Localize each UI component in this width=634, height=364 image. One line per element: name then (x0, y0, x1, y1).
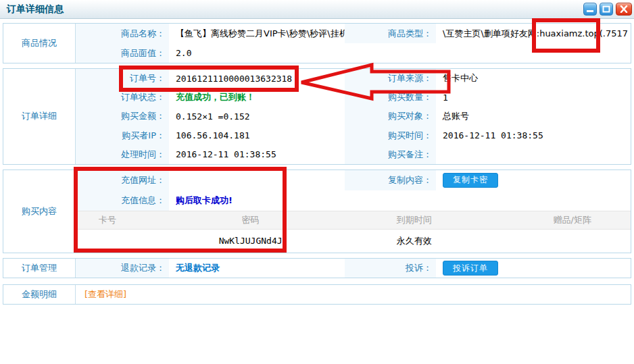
order-detail-window: { "window": { "title": "订单详细信息", "contro… (0, 0, 634, 364)
card-gift-header: 赠品/矩阵 (514, 214, 631, 226)
row-buyer-ip: 购买者IP： 106.56.104.181 购买时间： 2016-12-11 0… (76, 126, 631, 145)
recharge-info-label: 充值信息： (76, 190, 169, 211)
section-order-detail: 订单详细 订单号： 2016121110000013632318 订单来源： 售… (3, 68, 631, 165)
page-title: 订单详细信息 (7, 3, 64, 16)
card-table: 卡号 密码 到期时间 赠品/矩阵 NwKlJUJGNd4J 永久有效 (76, 211, 631, 253)
copy-content-cell: 复制卡密 (436, 173, 631, 188)
order-number-value: 2016121110000013632318 (169, 74, 345, 84)
order-source-value: 售卡中心 (436, 72, 631, 84)
buy-target-label: 购买对象： (345, 107, 436, 126)
close-icon (620, 5, 628, 13)
row-order-status: 订单状态： 充值成功，已到账！ 购买数量： 1 (76, 88, 631, 107)
card-number-header: 卡号 (76, 214, 187, 226)
window-controls (583, 3, 632, 16)
card-expiry-value: 永久有效 (314, 235, 514, 247)
order-number-label: 订单号： (76, 69, 169, 88)
row-amount-detail: [查看详细] (76, 285, 631, 304)
section-order-manage: 订单管理 退款记录： 无退款记录 投诉： 投诉订单 (3, 258, 631, 278)
buy-amount-label: 购买金额： (76, 107, 169, 126)
buyer-ip-label: 购买者IP： (76, 126, 169, 145)
minimize-button[interactable] (583, 3, 597, 16)
complain-order-button[interactable]: 投诉订单 (443, 261, 498, 276)
buy-time-value: 2016-12-11 01:38:55 (436, 130, 631, 140)
product-name-label: 商品名称： (76, 24, 169, 43)
refund-record-value: 无退款记录 (169, 262, 345, 274)
row-product-value: 商品面值： 2.0 (76, 43, 631, 63)
product-facevalue-label: 商品面值： (76, 43, 169, 63)
section-purchase-content: 购买内容 充值网址： 复制内容： 复制卡密 充值信息： 购后取卡成功! 卡号 密… (3, 170, 631, 253)
row-recharge-url: 充值网址： 复制内容： 复制卡密 (76, 170, 631, 190)
title-bar: 订单详细信息 (0, 0, 634, 19)
buy-time-label: 购买时间： (345, 126, 436, 145)
order-status-value: 充值成功，已到账！ (169, 91, 345, 103)
view-detail-link[interactable]: [查看详细] (76, 288, 631, 301)
card-table-row: NwKlJUJGNd4J 永久有效 (76, 230, 631, 253)
order-status-label: 订单状态： (76, 88, 169, 107)
row-product-name: 商品名称： 【鱼飞】离线秒赞二月VIP卡\秒赞\秒评\挂机 商品类型： \互赞主… (76, 24, 631, 43)
copy-content-label: 复制内容： (345, 170, 436, 190)
card-password-header: 密码 (187, 214, 314, 226)
close-button[interactable] (616, 3, 632, 16)
card-table-header: 卡号 密码 到期时间 赠品/矩阵 (76, 211, 631, 230)
recharge-url-label: 充值网址： (76, 170, 169, 190)
minimize-icon (586, 5, 594, 13)
section-product-title: 商品情况 (3, 24, 76, 63)
section-amount-title: 金额明细 (3, 285, 76, 304)
complaint-cell: 投诉订单 (436, 261, 631, 276)
refund-record-label: 退款记录： (76, 259, 169, 278)
process-time-label: 处理时间： (76, 145, 169, 164)
card-expiry-header: 到期时间 (314, 214, 514, 226)
buy-quantity-label: 购买数量： (345, 88, 436, 107)
buy-remark-label: 购买备注： (345, 145, 436, 164)
buy-quantity-value: 1 (436, 93, 631, 103)
row-process-time: 处理时间： 2016-12-11 01:38:55 购买备注： (76, 145, 631, 164)
section-order-title: 订单详细 (3, 69, 76, 164)
copy-card-secret-button[interactable]: 复制卡密 (443, 173, 498, 188)
section-amount-detail: 金额明细 [查看详细] (3, 284, 631, 305)
complaint-label: 投诉： (345, 259, 436, 278)
maximize-icon (602, 5, 610, 13)
section-product-info: 商品情况 商品名称： 【鱼飞】离线秒赞二月VIP卡\秒赞\秒评\挂机 商品类型：… (3, 23, 631, 63)
product-type-label: 商品类型： (345, 24, 436, 43)
maximize-button[interactable] (600, 3, 613, 16)
section-purchase-title: 购买内容 (3, 170, 76, 253)
process-time-value: 2016-12-11 01:38:55 (169, 149, 345, 159)
row-refund: 退款记录： 无退款记录 投诉： 投诉订单 (76, 259, 631, 278)
buy-target-value: 总账号 (436, 110, 631, 122)
section-manage-title: 订单管理 (3, 259, 76, 278)
product-facevalue-value: 2.0 (169, 48, 631, 58)
buy-amount-value: 0.152×1 =0.152 (169, 111, 345, 122)
order-source-label: 订单来源： (345, 69, 436, 88)
row-buy-amount: 购买金额： 0.152×1 =0.152 购买对象： 总账号 (76, 107, 631, 126)
row-order-number: 订单号： 2016121110000013632318 订单来源： 售卡中心 (76, 69, 631, 88)
product-type-value: \互赞主页\删单项好友网:huaxiamz.top(.7517 (436, 28, 631, 40)
product-name-value: 【鱼飞】离线秒赞二月VIP卡\秒赞\秒评\挂机 (169, 28, 345, 40)
row-recharge-info: 充值信息： 购后取卡成功! (76, 190, 631, 211)
buyer-ip-value: 106.56.104.181 (169, 130, 345, 140)
card-password-value: NwKlJUJGNd4J (187, 236, 314, 246)
recharge-info-value: 购后取卡成功! (169, 194, 631, 207)
